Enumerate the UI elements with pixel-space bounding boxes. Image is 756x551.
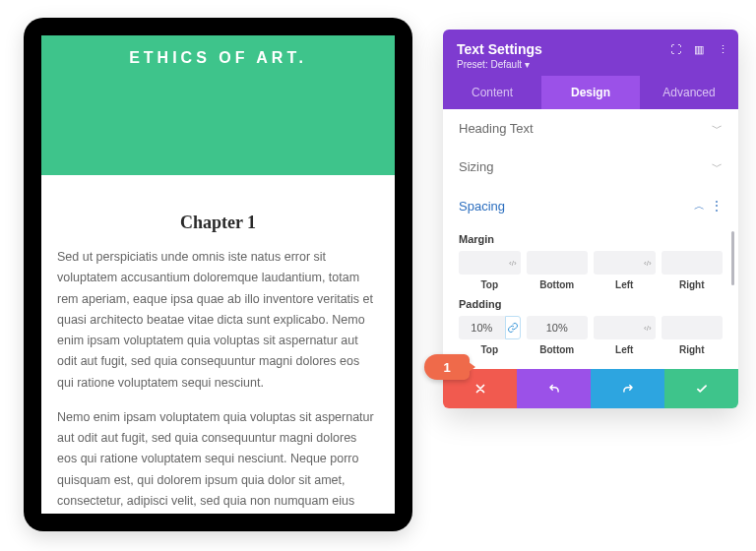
- chevron-down-icon: ﹀: [712, 121, 723, 136]
- chapter-heading: Chapter 1: [41, 213, 395, 233]
- link-icon-active[interactable]: [505, 316, 521, 339]
- save-button[interactable]: [664, 369, 738, 408]
- padding-top-input[interactable]: [459, 316, 505, 339]
- margin-top-input[interactable]: [459, 251, 505, 275]
- padding-left-input[interactable]: [594, 316, 640, 339]
- section-sizing[interactable]: Sizing ﹀: [443, 148, 738, 186]
- chevron-up-icon: ︿: [694, 200, 705, 212]
- redo-button[interactable]: [591, 369, 664, 408]
- scrollbar[interactable]: [731, 231, 734, 285]
- undo-button[interactable]: [517, 369, 591, 408]
- spacing-controls: Margin ‹/› ‹/› Top Bottom Left Right: [443, 233, 738, 369]
- padding-right-input[interactable]: [662, 316, 724, 339]
- panel-header: Text Settings Preset: Default ▾ ⛶ ▥ ⋮: [443, 30, 738, 76]
- hero-block: ETHICS OF ART.: [41, 35, 395, 175]
- check-icon: [695, 382, 709, 396]
- margin-right-input[interactable]: [662, 251, 724, 275]
- paragraph: Sed ut perspiciatis unde omnis iste natu…: [57, 247, 379, 394]
- expand-icon[interactable]: ⛶: [669, 43, 681, 55]
- tabs: Content Design Advanced: [443, 76, 738, 109]
- body-text: Sed ut perspiciatis unde omnis iste natu…: [41, 247, 395, 514]
- padding-label: Padding: [459, 298, 723, 310]
- tab-design[interactable]: Design: [541, 76, 640, 109]
- link-icon[interactable]: ‹/›: [505, 251, 520, 275]
- margin-label: Margin: [459, 233, 723, 245]
- undo-icon: [547, 382, 561, 396]
- redo-icon: [621, 382, 635, 396]
- tab-advanced[interactable]: Advanced: [640, 76, 738, 109]
- more-icon[interactable]: ⋮: [717, 43, 728, 55]
- action-bar: [443, 369, 738, 408]
- link-icon[interactable]: ‹/›: [640, 316, 655, 339]
- margin-bottom-input[interactable]: [527, 251, 589, 275]
- callout-marker: 1: [424, 354, 470, 380]
- tablet-preview-frame: ETHICS OF ART. Chapter 1 Sed ut perspici…: [24, 18, 412, 531]
- grid-icon[interactable]: ▥: [693, 43, 705, 55]
- preview-screen: ETHICS OF ART. Chapter 1 Sed ut perspici…: [41, 35, 395, 514]
- section-spacing[interactable]: Spacing ︿⋮: [443, 186, 738, 225]
- paragraph: Nemo enim ipsam voluptatem quia voluptas…: [57, 407, 379, 514]
- section-heading-text[interactable]: Heading Text ﹀: [443, 109, 738, 148]
- hero-title: ETHICS OF ART.: [51, 49, 385, 67]
- section-options-icon[interactable]: ⋮: [711, 199, 723, 213]
- padding-bottom-input[interactable]: [527, 316, 589, 339]
- settings-panel: Text Settings Preset: Default ▾ ⛶ ▥ ⋮ Co…: [443, 30, 738, 408]
- close-icon: [473, 382, 487, 396]
- tab-content[interactable]: Content: [443, 76, 541, 109]
- link-icon[interactable]: ‹/›: [640, 251, 655, 275]
- preset-selector[interactable]: Preset: Default ▾: [457, 59, 724, 70]
- margin-left-input[interactable]: [594, 251, 640, 275]
- chevron-down-icon: ﹀: [712, 159, 723, 174]
